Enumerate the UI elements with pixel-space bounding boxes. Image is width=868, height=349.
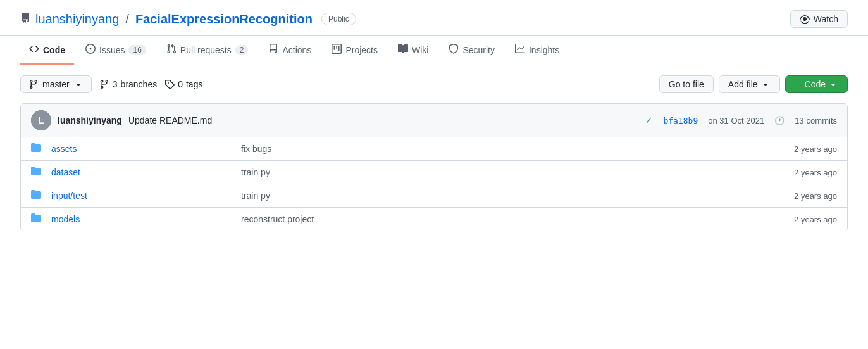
clock-icon: 🕐 — [774, 116, 784, 125]
file-commit-msg: reconstruct project — [241, 214, 761, 224]
table-row: dataset train py 2 years ago — [21, 161, 847, 184]
branch-name: master — [42, 79, 70, 89]
commit-left: L luanshiyinyang Update README.md — [31, 110, 212, 130]
tab-projects-label: Projects — [345, 45, 378, 55]
tab-actions-label: Actions — [282, 45, 311, 55]
tab-wiki-label: Wiki — [412, 45, 428, 55]
file-commit-msg: train py — [241, 191, 761, 201]
commit-author[interactable]: luanshiyinyang — [58, 115, 122, 125]
tab-security-label: Security — [462, 45, 495, 55]
file-name[interactable]: dataset — [51, 167, 241, 177]
tab-code-label: Code — [43, 45, 65, 55]
commits-label: commits — [807, 116, 837, 125]
branch-right: Go to file Add file Code — [659, 75, 848, 93]
repo-title-area: luanshiyinyang / FacialExpressionRecogni… — [20, 12, 356, 27]
security-icon — [449, 44, 459, 56]
tab-issues-label: Issues — [99, 45, 125, 55]
watch-button[interactable]: Watch — [790, 10, 848, 28]
check-icon: ✓ — [645, 115, 653, 125]
tab-issues[interactable]: Issues 16 — [77, 36, 155, 65]
projects-icon — [332, 44, 342, 56]
commit-right: ✓ bfa18b9 on 31 Oct 2021 🕐 13 commits — [645, 115, 837, 125]
tab-actions[interactable]: Actions — [259, 36, 320, 65]
commits-link[interactable]: 13 commits — [795, 116, 837, 125]
tab-insights[interactable]: Insights — [506, 36, 568, 65]
go-to-file-button[interactable]: Go to file — [659, 75, 714, 93]
file-commit-msg: train py — [241, 167, 761, 177]
table-row: assets fix bugs 2 years ago — [21, 137, 847, 161]
file-time: 2 years ago — [761, 191, 837, 201]
pr-icon — [166, 44, 177, 56]
avatar[interactable]: L — [31, 110, 51, 130]
tags-label: tags — [186, 79, 202, 89]
tab-code[interactable]: Code — [20, 36, 74, 65]
tab-pr-label: Pull requests — [180, 45, 232, 55]
commit-date: on 31 Oct 2021 — [708, 116, 764, 125]
issues-badge: 16 — [128, 45, 146, 55]
issues-icon — [85, 44, 96, 56]
tab-security[interactable]: Security — [440, 36, 504, 65]
file-name[interactable]: models — [51, 214, 241, 224]
branch-selector[interactable]: master — [20, 75, 92, 93]
file-name[interactable]: input/test — [51, 191, 241, 201]
tags-count: 0 — [178, 79, 183, 89]
tab-projects[interactable]: Projects — [323, 36, 387, 65]
commits-count: 13 — [795, 116, 803, 125]
commit-header: L luanshiyinyang Update README.md ✓ bfa1… — [21, 104, 847, 137]
branches-label: branches — [121, 79, 158, 89]
code-icon — [29, 44, 39, 56]
commit-sha[interactable]: bfa18b9 — [663, 116, 698, 125]
folder-icon — [31, 143, 51, 155]
file-rows-container: assets fix bugs 2 years ago dataset trai… — [21, 137, 847, 231]
pr-badge: 2 — [235, 45, 249, 55]
add-file-button[interactable]: Add file — [719, 75, 780, 93]
svg-text:L: L — [39, 115, 44, 125]
branches-link[interactable]: 3 branches — [99, 79, 157, 89]
add-file-label: Add file — [728, 79, 758, 89]
table-row: input/test train py 2 years ago — [21, 184, 847, 208]
repo-header: luanshiyinyang / FacialExpressionRecogni… — [0, 0, 868, 36]
folder-icon — [31, 213, 51, 225]
folder-icon — [31, 189, 51, 202]
file-commit-msg: fix bugs — [241, 144, 761, 154]
visibility-badge: Public — [321, 13, 356, 25]
file-table: L luanshiyinyang Update README.md ✓ bfa1… — [20, 103, 848, 231]
code-button[interactable]: Code — [785, 75, 848, 93]
repo-owner-link[interactable]: luanshiyinyang — [35, 12, 119, 27]
branch-bar: master 3 branches 0 tags Go to file Add … — [0, 65, 868, 103]
file-time: 2 years ago — [761, 144, 837, 154]
tags-link[interactable]: 0 tags — [164, 79, 202, 89]
branch-left: master 3 branches 0 tags — [20, 75, 202, 93]
repo-nav: Code Issues 16 Pull requests 2 Actions — [0, 36, 868, 65]
insights-icon — [515, 44, 525, 56]
repo-icon — [20, 13, 30, 25]
tab-pull-requests[interactable]: Pull requests 2 — [158, 36, 257, 65]
file-name[interactable]: assets — [51, 144, 241, 154]
file-time: 2 years ago — [761, 168, 837, 177]
actions-icon — [268, 44, 278, 56]
commit-message[interactable]: Update README.md — [128, 115, 212, 125]
repo-name-link[interactable]: FacialExpressionRecognition — [135, 12, 313, 27]
repo-separator: / — [125, 12, 129, 27]
tab-wiki[interactable]: Wiki — [389, 36, 437, 65]
watch-label: Watch — [814, 14, 838, 24]
tab-insights-label: Insights — [529, 45, 559, 55]
wiki-icon — [398, 44, 408, 56]
branches-count: 3 — [113, 79, 118, 89]
code-button-label: Code — [805, 79, 826, 89]
file-time: 2 years ago — [761, 215, 837, 224]
table-row: models reconstruct project 2 years ago — [21, 208, 847, 231]
folder-icon — [31, 166, 51, 179]
